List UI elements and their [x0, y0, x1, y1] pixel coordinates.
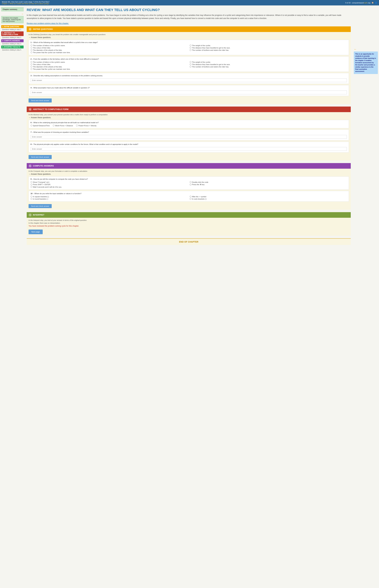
q4-input[interactable] [31, 91, 347, 94]
chapter-summary-label: Chapter summary. [1, 7, 24, 11]
sidebar-step-abstract[interactable]: 2. ABSTRACT TO COMPUTABLE FORM [1, 31, 24, 36]
q1-options: The number of letters in the cyclist's n… [31, 45, 347, 53]
question-10-text: 10 – Where do you write the input variab… [31, 193, 347, 195]
q5-option-2[interactable]: Work=Force × Distance [53, 125, 73, 127]
q10-option-4[interactable]: In curly brackets { } [190, 198, 347, 200]
q10-option-2[interactable]: After the := symbol [190, 196, 347, 197]
interpret-badge: I [29, 213, 32, 216]
sidebar-steps: 1. DEFINE QUESTIONS Questions relating t… [1, 25, 24, 52]
question-1-box: 1 – Which of the following are variables… [29, 40, 349, 55]
q1-option-4[interactable]: The distance they have travelled to get … [190, 47, 347, 49]
main-layout: Chapter summary. → Questions test chapte… [0, 5, 379, 247]
question-10-box: 10 – Where do you write the input variab… [29, 191, 349, 202]
q2-option-7[interactable]: The power that the cyclist can maintain … [31, 68, 188, 70]
q2-option-5[interactable]: The diameter of the wheels of the bike. [31, 66, 188, 68]
callout-box: This is an opportunity for students to p… [354, 51, 378, 74]
center-content: REVIEW: WHAT ARE MODELS AND WHAT CAN THE… [25, 5, 353, 247]
brand-logo: computerbasedmath.org [352, 2, 370, 4]
q9-option-2[interactable]: Double-click the code [190, 181, 347, 183]
q10-option-1[interactable]: In square brackets [ ] [31, 196, 188, 197]
chapter-summary-text: In this chapter you have learned how and… [27, 14, 351, 20]
top-bar-right: 9 of 33 computerbasedmath.org 🏠 👤 [345, 2, 377, 4]
top-bar-info: Module M1: How fast could I cycle stage … [2, 1, 49, 4]
q2-options: The number of letters in the cyclist's n… [31, 61, 347, 70]
abstract-title: ABSTRACT TO COMPUTABLE FORM [33, 108, 68, 110]
compute-answer-prompt: Answer these questions. [29, 173, 349, 175]
define-body: In the Defining Questions step, you brea… [27, 32, 351, 104]
left-sidebar: Chapter summary. → Questions test chapte… [0, 5, 25, 247]
page-title: REVIEW: WHAT ARE MODELS AND WHAT CAN THE… [27, 8, 351, 12]
compute-title: COMPUTE ANSWERS [33, 165, 54, 167]
compute-intro: In the Compute step, you use your formul… [29, 170, 349, 172]
question-7-box: 7 – What was the purpose of choosing an … [29, 130, 349, 140]
q2-option-3[interactable]: The colour of their bike. [31, 64, 188, 65]
abstract-intro: In the Abstract step, you convert your p… [29, 114, 349, 115]
q7-input[interactable] [31, 135, 347, 139]
q9-options: Shout "Compute" at it Double-click the c… [31, 181, 347, 188]
q1-option-1[interactable]: The number of letters in the cyclist's n… [31, 45, 188, 47]
q9-option-3[interactable]: Press SHIFT + ENTER. [31, 184, 188, 186]
question-3-text: 3 – Describe why making assumptions is s… [31, 75, 347, 77]
q10-options: In square brackets [ ] After the := symb… [31, 196, 347, 200]
interpret-highlight: You have reviewed the problem-solving cy… [29, 225, 349, 227]
right-callout: ← This is an opportunity for students to… [353, 5, 379, 247]
q2-option-6[interactable]: The number of brothers and sisters the r… [190, 66, 347, 68]
abstract-section: A ABSTRACT TO COMPUTABLE FORM In the Abs… [27, 107, 351, 161]
q10-option-3[interactable]: in round brackets ( ) [31, 198, 188, 200]
compute-header: C COMPUTE ANSWERS [27, 163, 351, 169]
q2-option-4[interactable]: The distance they have travelled to get … [190, 64, 347, 65]
user-icon[interactable]: 👤 [375, 2, 377, 4]
question-4-text: 4 – What assumption have you made about … [31, 87, 347, 89]
q8-input[interactable] [31, 147, 347, 151]
q2-option-1[interactable]: The number of letters in the cyclist's n… [31, 61, 188, 63]
sidebar-step-compute-text: Questions relating to step 3. [1, 43, 24, 46]
next-page-button[interactable]: Next page [29, 229, 43, 234]
interpret-section: I INTERPRET In the Interpret step, you l… [27, 212, 351, 236]
q9-option-4[interactable]: Press the ⌘ key [190, 184, 347, 186]
question-2-text: 2 – From the variables in the list below… [31, 58, 347, 60]
q3-input[interactable] [31, 79, 347, 82]
abstract-answer-prompt: Answer these questions. [29, 116, 349, 119]
q5-option-1[interactable]: Speed=Distance/Time [31, 125, 50, 127]
abstract-header: A ABSTRACT TO COMPUTABLE FORM [27, 107, 351, 112]
compute-send-button[interactable]: Send and check answer [29, 204, 52, 208]
abstract-badge: A [29, 108, 32, 111]
abstract-send-button[interactable]: Send and check answer [29, 155, 52, 159]
question-8-text: 8 – The physical principle only applies … [31, 143, 347, 145]
interpret-header: I INTERPRET [27, 212, 351, 218]
top-bar: Module M1: How fast could I cycle stage … [0, 0, 379, 5]
q1-option-6[interactable]: The number of brothers and sisters the r… [190, 49, 347, 51]
callout-arrow-icon: ← [354, 48, 378, 51]
question-9-box: 9 – How do you tell the computer to comp… [29, 177, 349, 190]
q9-option-5[interactable]: Wait 5 seconds and it will do it for you… [31, 186, 188, 188]
abstract-body: In the Abstract step, you convert your p… [27, 112, 351, 161]
module-title: Module M1: How fast could I cycle stage … [2, 1, 49, 3]
q1-option-5[interactable]: The diameter of the wheels of the bike. [31, 49, 188, 51]
q1-option-3[interactable]: The colour of their bike. [31, 47, 188, 49]
compute-badge: C [29, 164, 32, 167]
question-7-text: 7 – What was the purpose of choosing an … [31, 131, 347, 133]
sidebar-step-define-text: Questions relating to step 1. [1, 28, 24, 31]
home-icon[interactable]: 🏠 [372, 2, 374, 4]
q1-option-7[interactable]: The power that the cyclist can maintain … [31, 51, 188, 53]
sidebar-step-define[interactable]: 1. DEFINE QUESTIONS [1, 25, 24, 28]
question-9-text: 9 – How do you tell the computer to comp… [31, 178, 347, 180]
sidebar-step-compute[interactable]: 3. COMPUTE ANSWERS [1, 39, 24, 42]
review-link[interactable]: Review your problem-solving steps for th… [27, 22, 351, 25]
q1-option-2[interactable]: The weight of the cyclist. [190, 45, 347, 47]
question-2-box: 2 – From the variables in the list below… [29, 56, 349, 72]
q2-option-2[interactable]: The weight of the cyclist. [190, 61, 347, 63]
pagination: 9 of 33 [345, 2, 351, 4]
question-3-box: 3 – Describe why making assumptions is s… [29, 73, 349, 84]
define-send-button[interactable]: Send and check answer [29, 98, 52, 102]
compute-body: In the Compute step, you use your formul… [27, 169, 351, 210]
define-title: DEFINE QUESTIONS [33, 28, 53, 30]
define-header: D DEFINE QUESTIONS [27, 26, 351, 32]
define-answer-prompt: Answer these questions. [29, 36, 349, 38]
sidebar-step-interpret[interactable]: 4. INTERPRET RESULTS [1, 46, 24, 49]
q9-option-1[interactable]: Shout "Compute" at it [31, 181, 188, 183]
interpret-title: INTERPRET [33, 214, 44, 216]
define-intro: In the Defining Questions step, you brea… [29, 33, 349, 35]
question-8-box: 8 – The physical principle only applies … [29, 142, 349, 152]
q5-option-3[interactable]: Power=Force × Velocity [76, 125, 96, 127]
